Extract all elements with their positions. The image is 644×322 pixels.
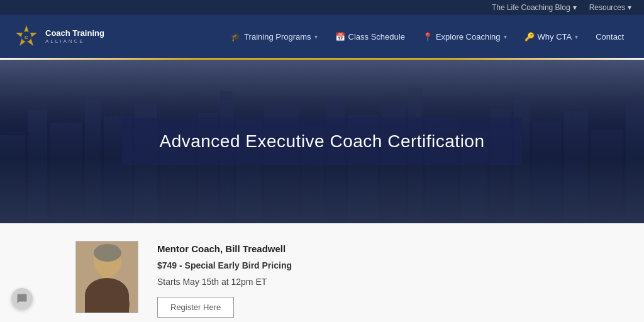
nav-item-class-schedule[interactable]: 📅 Class Schedule — [328, 27, 413, 47]
logo-star-icon: C — [13, 23, 40, 50]
main-nav: C Coach Training ALLIANCE 🎓 Training Pro… — [0, 15, 644, 58]
svg-point-33 — [86, 286, 130, 313]
top-bar: The Life Coaching Blog ▾ Resources ▾ — [0, 0, 644, 15]
nav-item-training-programs-label: Training Programs — [244, 32, 311, 42]
mentor-photo — [75, 241, 138, 313]
blog-link[interactable]: The Life Coaching Blog ▾ — [492, 3, 577, 12]
training-programs-icon: 🎓 — [231, 32, 241, 42]
blog-chevron: ▾ — [573, 3, 577, 12]
chat-icon — [16, 293, 28, 304]
blog-link-label: The Life Coaching Blog — [492, 3, 570, 12]
nav-item-why-cta[interactable]: 🔑 Why CTA ▾ — [517, 27, 586, 47]
class-schedule-icon: 📅 — [335, 32, 345, 42]
mentor-price: $749 - Special Early Bird Pricing — [157, 260, 292, 270]
logo-link[interactable]: C Coach Training ALLIANCE — [13, 23, 104, 50]
training-programs-chevron: ▾ — [314, 33, 318, 40]
nav-item-why-cta-label: Why CTA — [538, 32, 572, 42]
explore-coaching-icon: 📍 — [423, 32, 433, 42]
hero-title: Advanced Executive Coach Certification — [159, 131, 484, 152]
hero-section: Advanced Executive Coach Certification — [0, 60, 644, 223]
nav-item-contact-label: Contact — [596, 32, 624, 42]
resources-chevron: ▾ — [628, 3, 631, 12]
nav-item-class-schedule-label: Class Schedule — [348, 32, 405, 42]
nav-item-explore-coaching[interactable]: 📍 Explore Coaching ▾ — [415, 27, 514, 47]
mentor-info: Mentor Coach, Bill Treadwell $749 - Spec… — [157, 241, 292, 318]
why-cta-icon: 🔑 — [525, 32, 535, 42]
nav-item-training-programs[interactable]: 🎓 Training Programs ▾ — [223, 27, 325, 47]
explore-coaching-chevron: ▾ — [504, 33, 507, 40]
resources-link[interactable]: Resources ▾ — [589, 3, 631, 12]
svg-marker-34 — [100, 284, 115, 301]
svg-point-31 — [94, 244, 121, 262]
mentor-date: Starts May 15th at 12pm ET — [157, 277, 292, 287]
nav-item-explore-coaching-label: Explore Coaching — [436, 32, 501, 42]
hero-title-wrapper: Advanced Executive Coach Certification — [121, 118, 522, 165]
logo-text: Coach Training ALLIANCE — [45, 28, 104, 44]
chat-bubble[interactable] — [11, 288, 33, 309]
why-cta-chevron: ▾ — [575, 33, 578, 40]
svg-text:C: C — [25, 35, 28, 40]
mentor-name: Mentor Coach, Bill Treadwell — [157, 243, 292, 254]
nav-item-contact[interactable]: Contact — [588, 27, 631, 47]
content-section: Mentor Coach, Bill Treadwell $749 - Spec… — [0, 223, 644, 322]
resources-link-label: Resources — [589, 3, 625, 12]
nav-items: 🎓 Training Programs ▾ 📅 Class Schedule 📍… — [223, 27, 631, 47]
svg-rect-32 — [102, 275, 113, 284]
register-button[interactable]: Register Here — [157, 297, 234, 318]
